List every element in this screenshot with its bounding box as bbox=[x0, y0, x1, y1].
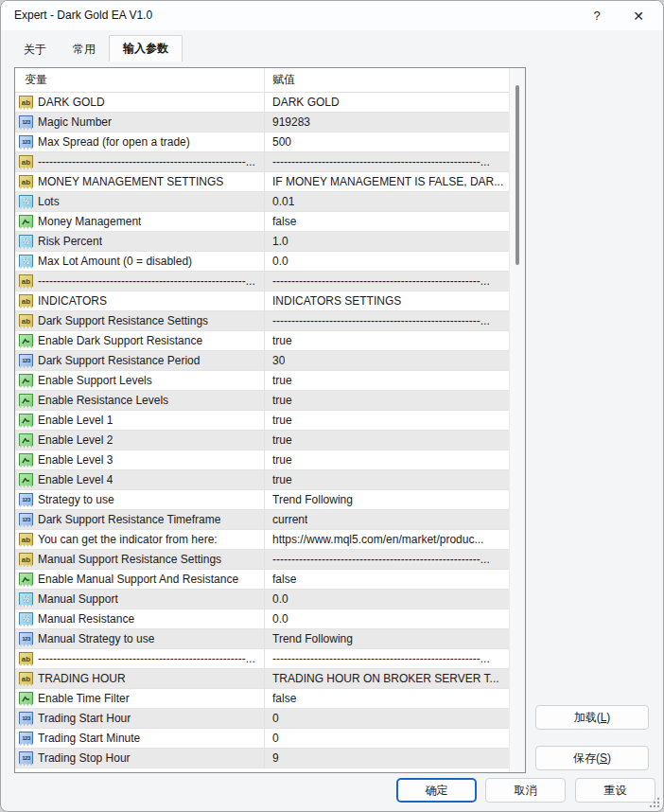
param-value-cell[interactable]: ----------------------------------------… bbox=[264, 649, 509, 668]
param-value-cell[interactable]: 30 bbox=[264, 351, 509, 370]
param-value-cell[interactable]: INDICATORS SETTINGS bbox=[264, 291, 509, 310]
load-button[interactable]: 加载(L) bbox=[535, 705, 649, 730]
table-row[interactable]: 123Manual Strategy to useTrend Following bbox=[15, 629, 509, 649]
param-value-cell[interactable]: 0.0 bbox=[264, 252, 509, 271]
ok-button[interactable]: 确定 bbox=[396, 778, 477, 803]
tab-strip: 关于常用输入参数 bbox=[10, 35, 183, 62]
param-name: Max Spread (for open a trade) bbox=[38, 135, 190, 149]
integer-type-icon: 123 bbox=[19, 513, 33, 527]
param-value-cell[interactable]: 1.0 bbox=[264, 232, 509, 251]
table-row[interactable]: abINDICATORSINDICATORS SETTINGS bbox=[15, 291, 509, 311]
table-row[interactable]: abManual Support Resistance Settings----… bbox=[15, 550, 509, 570]
table-row[interactable]: Enable Manual Support And Resistancefals… bbox=[15, 570, 509, 590]
table-row[interactable]: Enable Resistance Levelstrue bbox=[15, 391, 509, 411]
param-name-cell: Enable Level 4 bbox=[15, 470, 264, 489]
table-row[interactable]: abMONEY MANAGEMENT SETTINGSIF MONEY MANA… bbox=[15, 172, 509, 192]
param-value-cell[interactable]: ----------------------------------------… bbox=[264, 311, 509, 330]
param-value-cell[interactable]: ----------------------------------------… bbox=[264, 272, 509, 291]
param-value-cell[interactable]: 0.0 bbox=[264, 609, 509, 628]
table-row[interactable]: Enable Time Filterfalse bbox=[15, 689, 509, 709]
param-value-cell[interactable]: true bbox=[264, 411, 509, 430]
table-row[interactable]: 123Strategy to useTrend Following bbox=[15, 490, 509, 510]
param-name-cell: Enable Support Levels bbox=[15, 371, 264, 390]
param-value-cell[interactable]: https://www.mql5.com/en/market/produc... bbox=[264, 530, 509, 549]
param-value-cell[interactable]: TRADING HOUR ON BROKER SERVER T... bbox=[264, 669, 509, 688]
param-value: true bbox=[272, 473, 292, 486]
param-name-cell: 123Strategy to use bbox=[15, 490, 264, 509]
param-value: true bbox=[272, 334, 292, 347]
param-value-cell[interactable]: 919283 bbox=[264, 113, 509, 132]
table-row[interactable]: Enable Level 4true bbox=[15, 470, 509, 490]
table-row[interactable]: 123Dark Support Resistance Period30 bbox=[15, 351, 509, 371]
param-value-cell[interactable]: false bbox=[264, 689, 509, 708]
param-value-cell[interactable]: Trend Following bbox=[264, 490, 509, 509]
table-row[interactable]: ½Lots0.01 bbox=[15, 192, 509, 212]
param-value-cell[interactable]: true bbox=[264, 391, 509, 410]
table-row[interactable]: Enable Level 1true bbox=[15, 411, 509, 431]
table-row[interactable]: ½Manual Resistance0.0 bbox=[15, 609, 509, 629]
table-row[interactable]: 123Magic Number919283 bbox=[15, 113, 509, 132]
table-row[interactable]: ½Max Lot Amount (0 = disabled)0.0 bbox=[15, 252, 509, 272]
param-name: Manual Support Resistance Settings bbox=[38, 553, 221, 566]
save-button-label: 保存( bbox=[573, 750, 600, 767]
string-type-icon: ab bbox=[19, 652, 33, 666]
tab-about[interactable]: 关于 bbox=[10, 38, 60, 62]
param-value-cell[interactable]: true bbox=[264, 371, 509, 390]
param-value-cell[interactable]: current bbox=[264, 510, 509, 529]
param-value-cell[interactable]: false bbox=[264, 570, 509, 589]
save-button[interactable]: 保存(S) bbox=[535, 746, 649, 770]
double-type-icon: ½ bbox=[19, 612, 33, 627]
table-row[interactable]: 123Dark Support Resistance Timeframecurr… bbox=[15, 510, 509, 530]
scrollbar-thumb[interactable] bbox=[515, 85, 519, 265]
param-value-cell[interactable]: 0 bbox=[264, 709, 509, 728]
table-row[interactable]: Enable Level 2true bbox=[15, 431, 509, 450]
param-name-cell: Enable Level 2 bbox=[15, 431, 264, 450]
close-button[interactable]: ✕ bbox=[620, 1, 657, 30]
table-row[interactable]: abYou can get the indicator from here:ht… bbox=[15, 530, 509, 550]
table-row[interactable]: ab--------------------------------------… bbox=[15, 152, 509, 172]
cancel-button[interactable]: 取消 bbox=[485, 778, 566, 803]
table-row[interactable]: ½Manual Support0.0 bbox=[15, 590, 509, 609]
table-row[interactable]: ab--------------------------------------… bbox=[15, 272, 509, 291]
resize-grip-icon[interactable] bbox=[648, 796, 660, 808]
param-value-cell[interactable]: true bbox=[264, 331, 509, 350]
param-value-cell[interactable]: 0 bbox=[264, 729, 509, 748]
table-row[interactable]: 123Trading Start Minute0 bbox=[15, 729, 509, 749]
param-value: true bbox=[272, 453, 292, 467]
table-row[interactable]: 123Max Spread (for open a trade)500 bbox=[15, 132, 509, 152]
table-row[interactable]: Money Managementfalse bbox=[15, 212, 509, 232]
table-row[interactable]: Enable Support Levelstrue bbox=[15, 371, 509, 391]
param-value-cell[interactable]: true bbox=[264, 431, 509, 450]
integer-type-icon: 123 bbox=[19, 115, 33, 130]
param-value-cell[interactable]: IF MONEY MANAGEMENT IS FALSE, DAR... bbox=[264, 172, 509, 191]
param-value: 0.0 bbox=[272, 255, 288, 268]
table-row[interactable]: abDark Support Resistance Settings------… bbox=[15, 311, 509, 331]
table-row[interactable]: abDARK GOLDDARK GOLD bbox=[15, 93, 509, 113]
param-value: ----------------------------------------… bbox=[272, 314, 490, 327]
param-value-cell[interactable]: DARK GOLD bbox=[264, 93, 509, 112]
help-button[interactable]: ? bbox=[578, 1, 616, 30]
table-row[interactable]: 123Trading Start Hour0 bbox=[15, 709, 509, 729]
param-value-cell[interactable]: 500 bbox=[264, 132, 509, 151]
param-value-cell[interactable]: Trend Following bbox=[264, 629, 509, 648]
table-row[interactable]: abTRADING HOURTRADING HOUR ON BROKER SER… bbox=[15, 669, 509, 689]
table-row[interactable]: Enable Level 3true bbox=[15, 450, 509, 470]
table-row[interactable]: ab--------------------------------------… bbox=[15, 649, 509, 669]
param-name: Trading Stop Hour bbox=[38, 751, 131, 765]
table-row[interactable]: Enable Dark Support Resistancetrue bbox=[15, 331, 509, 351]
reset-button[interactable]: 重设 bbox=[575, 778, 655, 803]
vertical-scrollbar[interactable] bbox=[509, 68, 525, 772]
param-value-cell[interactable]: true bbox=[264, 470, 509, 489]
param-value-cell[interactable]: true bbox=[264, 450, 509, 469]
param-value-cell[interactable]: false bbox=[264, 212, 509, 231]
param-name-cell: abDark Support Resistance Settings bbox=[15, 311, 264, 330]
param-value-cell[interactable]: 0.01 bbox=[264, 192, 509, 211]
param-value-cell[interactable]: 0.0 bbox=[264, 590, 509, 609]
table-row[interactable]: ½Risk Percent1.0 bbox=[15, 232, 509, 252]
tab-common[interactable]: 常用 bbox=[60, 38, 109, 62]
param-value-cell[interactable]: 9 bbox=[264, 749, 509, 768]
param-value-cell[interactable]: ----------------------------------------… bbox=[264, 550, 509, 569]
tab-inputs[interactable]: 输入参数 bbox=[109, 35, 183, 62]
table-row[interactable]: 123Trading Stop Hour9 bbox=[15, 749, 509, 768]
param-value-cell[interactable]: ----------------------------------------… bbox=[264, 152, 509, 171]
